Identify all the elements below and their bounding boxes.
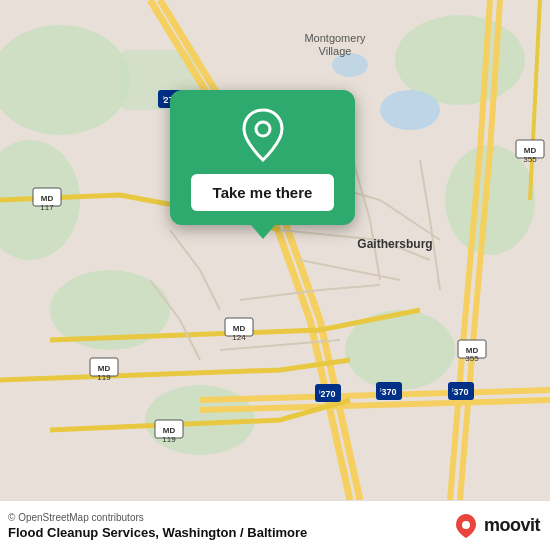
popup-card: Take me there bbox=[170, 90, 355, 225]
bottom-left: © OpenStreetMap contributors Flood Clean… bbox=[8, 512, 307, 540]
moovit-text: moovit bbox=[484, 515, 540, 536]
svg-text:124: 124 bbox=[232, 333, 246, 342]
svg-text:119: 119 bbox=[162, 435, 176, 444]
svg-text:370: 370 bbox=[381, 387, 396, 397]
moovit-icon bbox=[452, 512, 480, 540]
svg-point-10 bbox=[380, 90, 440, 130]
moovit-logo: moovit bbox=[452, 512, 540, 540]
map-container: 270 I MD 355 MD 355 MD 124 MD 119 MD 119… bbox=[0, 0, 550, 500]
svg-text:MD: MD bbox=[524, 146, 537, 155]
svg-text:MD: MD bbox=[163, 426, 176, 435]
map-background: 270 I MD 355 MD 355 MD 124 MD 119 MD 119… bbox=[0, 0, 550, 500]
location-pin-icon bbox=[238, 108, 288, 162]
svg-text:119: 119 bbox=[97, 373, 111, 382]
place-name: Flood Cleanup Services, Washington / Bal… bbox=[8, 525, 307, 540]
svg-text:Gaithersburg: Gaithersburg bbox=[357, 237, 432, 251]
svg-text:Village: Village bbox=[319, 45, 352, 57]
take-me-there-button[interactable]: Take me there bbox=[191, 174, 335, 211]
bottom-bar: © OpenStreetMap contributors Flood Clean… bbox=[0, 500, 550, 550]
svg-text:117: 117 bbox=[40, 203, 54, 212]
svg-text:Montgomery: Montgomery bbox=[304, 32, 366, 44]
svg-text:MD: MD bbox=[98, 364, 111, 373]
svg-text:MD: MD bbox=[233, 324, 246, 333]
osm-attribution: © OpenStreetMap contributors bbox=[8, 512, 307, 523]
svg-text:355: 355 bbox=[465, 354, 479, 363]
svg-point-45 bbox=[256, 122, 270, 136]
svg-text:370: 370 bbox=[453, 387, 468, 397]
svg-text:355: 355 bbox=[523, 155, 537, 164]
svg-point-46 bbox=[462, 521, 470, 529]
svg-text:270: 270 bbox=[320, 389, 335, 399]
svg-text:MD: MD bbox=[41, 194, 54, 203]
location-icon-wrap bbox=[236, 108, 290, 162]
